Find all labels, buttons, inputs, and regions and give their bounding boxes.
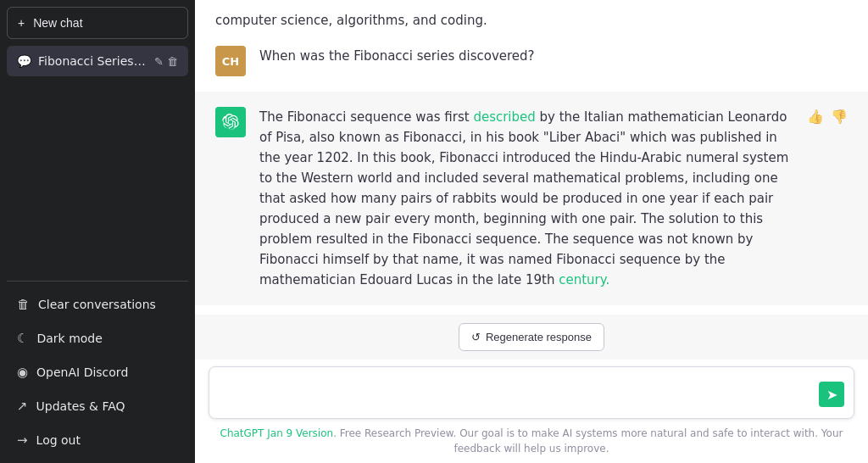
discord-icon: ◉ bbox=[17, 365, 28, 380]
discord-label: OpenAI Discord bbox=[36, 365, 128, 379]
sidebar-divider bbox=[7, 281, 188, 282]
footer-description: . Free Research Preview. Our goal is to … bbox=[333, 427, 843, 455]
footer-text: ChatGPT Jan 9 Version. Free Research Pre… bbox=[195, 422, 868, 463]
sidebar-action-clear[interactable]: 🗑Clear conversations bbox=[7, 288, 188, 321]
plus-icon: + bbox=[18, 16, 25, 30]
sidebar-bottom: 🗑Clear conversations☾Dark mode◉OpenAI Di… bbox=[7, 288, 188, 456]
new-chat-button[interactable]: + New chat bbox=[7, 7, 188, 39]
main-chat-area: computer science, algorithms, and coding… bbox=[195, 0, 868, 463]
clear-icon: 🗑 bbox=[17, 297, 30, 312]
assistant-message-content: The Fibonacci sequence was first describ… bbox=[259, 107, 793, 290]
logout-icon: → bbox=[17, 432, 28, 448]
send-icon: ➤ bbox=[826, 387, 837, 403]
logout-label: Log out bbox=[36, 433, 81, 447]
chat-item-title: Fibonacci Series Ex bbox=[38, 54, 147, 68]
chat-input[interactable] bbox=[209, 366, 854, 419]
sidebar-action-darkmode[interactable]: ☾Dark mode bbox=[7, 322, 188, 354]
chat-icon: 💬 bbox=[17, 54, 31, 68]
faq-label: Updates & FAQ bbox=[36, 399, 125, 413]
sidebar-action-logout[interactable]: →Log out bbox=[7, 424, 188, 456]
input-area: ➤ bbox=[195, 360, 868, 422]
darkmode-label: Dark mode bbox=[36, 332, 102, 345]
new-chat-label: New chat bbox=[33, 16, 82, 30]
darkmode-icon: ☾ bbox=[17, 331, 28, 346]
clear-label: Clear conversations bbox=[38, 298, 156, 311]
chat-messages: computer science, algorithms, and coding… bbox=[195, 0, 868, 315]
sidebar-action-faq[interactable]: ↗Updates & FAQ bbox=[7, 390, 188, 422]
user-avatar: CH bbox=[215, 46, 246, 76]
thumbs-up-icon[interactable]: 👍 bbox=[807, 109, 824, 125]
regenerate-bar: ↺ Regenerate response bbox=[195, 315, 868, 360]
user-message-content: When was the Fibonacci series discovered… bbox=[259, 46, 848, 66]
regenerate-label: Regenerate response bbox=[486, 331, 592, 343]
chat-list-item[interactable]: 💬 Fibonacci Series Ex ✎ 🗑 bbox=[7, 46, 188, 76]
assistant-message-row: The Fibonacci sequence was first describ… bbox=[195, 92, 868, 305]
footer-link[interactable]: ChatGPT Jan 9 Version bbox=[220, 427, 334, 439]
send-button[interactable]: ➤ bbox=[819, 382, 844, 407]
user-message-row: CH When was the Fibonacci series discove… bbox=[195, 31, 868, 92]
regenerate-icon: ↺ bbox=[471, 331, 481, 343]
message-actions: 👍 👎 bbox=[807, 107, 848, 125]
faq-icon: ↗ bbox=[17, 399, 28, 414]
edit-icon[interactable]: ✎ bbox=[154, 55, 164, 68]
delete-icon[interactable]: 🗑 bbox=[167, 55, 178, 68]
partial-intro-text: computer science, algorithms, and coding… bbox=[195, 0, 868, 31]
regenerate-button[interactable]: ↺ Regenerate response bbox=[459, 323, 604, 351]
sidebar: + New chat 💬 Fibonacci Series Ex ✎ 🗑 🗑Cl… bbox=[0, 0, 195, 463]
chat-item-actions: ✎ 🗑 bbox=[154, 55, 178, 68]
gpt-avatar bbox=[215, 107, 246, 137]
thumbs-down-icon[interactable]: 👎 bbox=[831, 109, 848, 125]
sidebar-action-discord[interactable]: ◉OpenAI Discord bbox=[7, 356, 188, 388]
